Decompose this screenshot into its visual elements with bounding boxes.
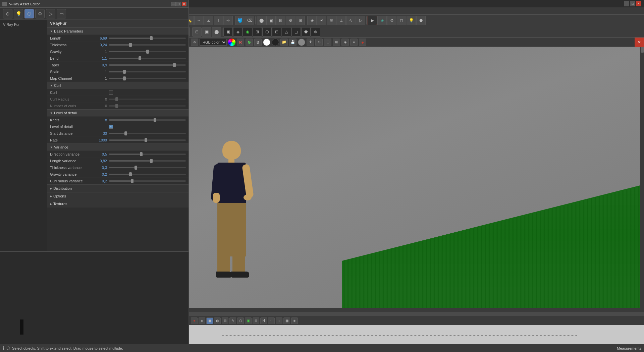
tool2-vray1[interactable]: ▣ (223, 27, 233, 37)
color-black-swatch[interactable] (272, 39, 279, 46)
color-3d-btn[interactable]: ⊞ (333, 39, 340, 46)
section-textures[interactable]: ▶ Textures (47, 200, 189, 208)
bt-view7[interactable]: ▣ (245, 317, 252, 324)
color-mode-select[interactable]: RGB color (200, 39, 227, 46)
bt-view6[interactable]: ⬡ (237, 317, 244, 324)
tool-protractor[interactable]: ∠ (204, 16, 213, 25)
slider-curl-variance[interactable] (109, 180, 186, 182)
slider-bend[interactable] (109, 58, 186, 59)
bt-render-mode[interactable]: ● (191, 317, 198, 324)
ae-main-panel[interactable]: VRayFur ▼ Basic Parameters Length 6,69 T… (47, 20, 189, 251)
su-viewport[interactable] (189, 38, 644, 312)
color-save-btn[interactable]: 💾 (289, 39, 297, 46)
value-grav-variance[interactable]: 0,2 (94, 172, 107, 176)
checkbox-lod[interactable] (109, 125, 113, 129)
tool-vray-rt[interactable]: ▶ (368, 16, 377, 25)
viewport-scrollbar-horizontal[interactable] (189, 308, 640, 312)
bt-view1[interactable]: ◈ (199, 317, 205, 324)
color-gray-swatch[interactable] (298, 39, 305, 46)
ae-minimize-btn[interactable]: — (171, 2, 176, 6)
section-distribution[interactable]: ▶ Distribution (47, 184, 189, 192)
ae-maximize-btn[interactable]: □ (176, 2, 181, 6)
tool2-vray8[interactable]: ◻ (291, 27, 301, 37)
tool-vray-mat[interactable]: ◻ (397, 16, 406, 25)
tool-soften[interactable]: ∿ (346, 16, 356, 25)
slider-length[interactable] (109, 38, 186, 39)
bt-view10[interactable]: ↔ (268, 317, 275, 324)
value-scale[interactable]: 1 (94, 70, 107, 74)
slider-gravity[interactable] (109, 51, 186, 52)
tool2-vray9[interactable]: ⬟ (301, 27, 311, 37)
slider-thick-variance[interactable] (109, 167, 186, 168)
tool-text[interactable]: T (214, 16, 223, 25)
tool-groundplane[interactable]: ⊥ (336, 16, 346, 25)
value-dir-variance[interactable]: 0,5 (94, 152, 107, 156)
value-thick-variance[interactable]: 0,3 (94, 166, 107, 170)
color-folder-btn[interactable]: 📁 (280, 39, 288, 46)
section-variance[interactable]: ▼ Variance (47, 143, 189, 151)
value-start-distance[interactable]: 30 (94, 131, 107, 135)
bt-view4[interactable]: ⊟ (222, 317, 228, 324)
slider-rate[interactable] (109, 139, 186, 141)
slider-len-variance[interactable] (109, 160, 186, 162)
tool-shadows[interactable]: ☀ (317, 16, 326, 25)
bt-view8[interactable]: ⊞ (253, 317, 259, 324)
slider-taper[interactable] (109, 64, 186, 66)
slider-thickness[interactable] (109, 44, 186, 46)
ae-tool-post[interactable]: ▭ (57, 9, 66, 18)
tool-eraser[interactable]: ⌫ (245, 16, 254, 25)
tool-paint[interactable]: 🪣 (235, 16, 245, 25)
bt-view13[interactable]: ◈ (291, 317, 298, 324)
color-b-btn[interactable]: B (254, 39, 262, 46)
value-bend[interactable]: 1,1 (94, 56, 107, 60)
color-panel-settings[interactable]: ⚙ (191, 39, 198, 46)
color-spec-btn[interactable]: ◈ (341, 39, 349, 46)
ae-tool-lights[interactable]: 💡 (14, 9, 23, 18)
value-taper[interactable]: 0,9 (94, 63, 107, 67)
tool-dimension[interactable]: ↔ (194, 16, 204, 25)
color-panel-close[interactable]: ✕ (635, 38, 644, 47)
tool2-component[interactable]: ⬤ (212, 27, 221, 37)
tool2-vray3[interactable]: ◉ (243, 27, 252, 37)
tool2-vray10[interactable]: ⊕ (311, 27, 320, 37)
slider-map-channel[interactable] (109, 78, 186, 79)
su-close-button[interactable]: ✕ (636, 1, 641, 6)
viewport-scrollbar-vertical[interactable] (640, 38, 644, 312)
value-thickness[interactable]: 0,24 (94, 43, 107, 47)
bt-view11[interactable]: ↕ (276, 317, 282, 324)
value-curl-variance[interactable]: 0,2 (94, 179, 107, 183)
tool-scene[interactable]: ▷ (356, 16, 365, 25)
bt-view3[interactable]: ◐ (214, 317, 221, 324)
checkbox-curl[interactable] (109, 91, 113, 95)
slider-scale[interactable] (109, 71, 186, 72)
tool-vray-render[interactable]: ◈ (377, 16, 387, 25)
tool-groups[interactable]: ▣ (266, 16, 276, 25)
bt-view2[interactable]: ▣ (206, 317, 213, 324)
su-maximize-button[interactable]: □ (630, 1, 635, 6)
su-minimize-button[interactable]: — (624, 1, 629, 6)
bt-view5[interactable]: ✎ (229, 317, 236, 324)
value-len-variance[interactable]: 0,82 (94, 159, 107, 163)
tool-sandbox[interactable]: ⊞ (296, 16, 305, 25)
bt-view12[interactable]: ▦ (283, 317, 290, 324)
value-length[interactable]: 6,69 (94, 36, 107, 40)
value-gravity[interactable]: 1 (94, 50, 107, 54)
ae-tool-scene[interactable]: ⊙ (3, 9, 12, 18)
ae-tool-settings[interactable]: ⚙ (35, 9, 45, 18)
ae-tool-render[interactable]: ▷ (46, 9, 55, 18)
color-white-swatch[interactable] (263, 39, 270, 46)
tool-vray-settings[interactable]: ⚙ (387, 16, 396, 25)
color-paste-btn[interactable]: ⊟ (324, 39, 331, 46)
tool-styles[interactable]: ◈ (307, 16, 317, 25)
color-wheel-btn[interactable] (228, 39, 235, 46)
tool-sections[interactable]: ⊟ (276, 16, 285, 25)
slider-dir-variance[interactable] (109, 154, 186, 155)
tool-components[interactable]: ⬤ (257, 16, 266, 25)
tool2-section[interactable]: ⊟ (192, 27, 202, 37)
color-r-btn[interactable]: R (237, 39, 244, 46)
color-eyedropper[interactable]: ✛ (307, 39, 314, 46)
section-basic-params[interactable]: ▼ Basic Parameters (47, 27, 189, 35)
color-alpha-btn[interactable]: ● (359, 39, 366, 46)
bt-view9[interactable]: H (260, 317, 267, 324)
value-rate[interactable]: 1000 (94, 138, 107, 142)
